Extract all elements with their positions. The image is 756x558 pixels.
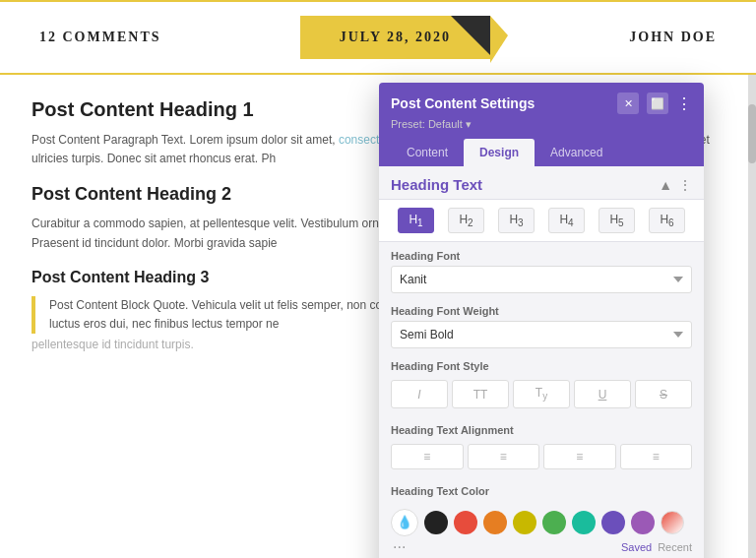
recent-colors-tab[interactable]: Recent [658,541,692,553]
font-style-buttons: I TT Ty U S [379,380,704,415]
color-green[interactable] [542,511,566,534]
color-orange[interactable] [483,511,507,534]
color-yellow[interactable] [513,511,536,534]
heading-font-row: Heading Font Kanit [379,242,704,297]
tab-content[interactable]: Content [391,139,464,166]
heading-font-weight-select[interactable]: Semi Bold [391,321,692,348]
section-more-icon[interactable]: ⋮ [678,177,692,193]
main-content: Post Content Heading 1 Post Content Para… [0,75,756,558]
tab-advanced[interactable]: Advanced [535,139,618,166]
h-selector: H1 H2 H3 H4 H5 H6 [379,200,704,242]
capitalize-button[interactable]: Ty [513,380,570,407]
author-label: JOHN DOE [629,30,717,45]
h1-button[interactable]: H1 [398,208,433,233]
italic-button[interactable]: I [391,380,448,407]
section-heading-row: Heading Text ▲ ⋮ [379,166,704,200]
chevron-up-icon[interactable]: ▲ [659,177,672,193]
color-more-icon[interactable]: ··· [393,538,406,556]
strikethrough-button[interactable]: S [635,380,692,407]
panel-body: Heading Text ▲ ⋮ H1 H2 H3 H4 H5 H6 Headi… [379,166,704,558]
color-swatches: 💧 [379,505,704,536]
heading-font-label: Heading Font [391,250,692,262]
align-center-button[interactable]: ≡ [468,444,540,469]
heading-font-style-row: Heading Font Style [379,352,704,380]
underline-button[interactable]: U [574,380,631,407]
section-heading-text: Heading Text [391,176,482,193]
align-buttons: ≡ ≡ ≡ ≡ [379,444,704,477]
scrollbar[interactable] [748,75,756,558]
section-heading-icons: ▲ ⋮ [659,177,692,193]
comments-label: 12 COMMENTS [39,30,161,45]
color-black[interactable] [424,511,448,534]
close-icon[interactable]: ✕ [617,93,639,114]
color-teal[interactable] [572,511,596,534]
scroll-thumb[interactable] [748,104,756,163]
panel-header-top: Post Content Settings ✕ ⬜ ⋮ [391,93,692,114]
color-violet[interactable] [631,511,655,534]
h3-button[interactable]: H3 [498,208,534,233]
heading-text-color-row: Heading Text Color [379,477,704,505]
h6-button[interactable]: H6 [649,208,684,233]
heading-text-align-row: Heading Text Alignment [379,416,704,444]
color-red[interactable] [454,511,477,534]
align-right-button[interactable]: ≡ [543,444,616,469]
panel-title: Post Content Settings [391,95,535,111]
h2-button[interactable]: H2 [448,208,483,233]
color-gradient-swatch[interactable] [661,511,684,534]
align-left-button[interactable]: ≡ [391,444,464,469]
heading-font-style-label: Heading Font Style [391,360,692,372]
heading-font-weight-row: Heading Font Weight Semi Bold [379,297,704,352]
more-icon[interactable]: ⋮ [676,94,692,113]
align-justify-button[interactable]: ≡ [620,444,693,469]
panel-tabs: Content Design Advanced [391,139,692,166]
panel-preset[interactable]: Preset: Default ▾ [391,118,692,131]
panel-header: Post Content Settings ✕ ⬜ ⋮ Preset: Defa… [379,83,704,166]
heading-text-align-label: Heading Text Alignment [391,424,692,436]
uppercase-button[interactable]: TT [452,380,509,407]
corner-decoration [451,16,490,55]
date-label: JULY 28, 2020 [300,16,490,59]
settings-panel: Post Content Settings ✕ ⬜ ⋮ Preset: Defa… [379,83,704,558]
h5-button[interactable]: H5 [598,208,634,233]
expand-icon[interactable]: ⬜ [647,93,668,114]
eyedropper-button[interactable]: 💧 [391,509,418,536]
panel-header-icons: ✕ ⬜ ⋮ [617,93,692,114]
color-purple[interactable] [601,511,625,534]
tab-design[interactable]: Design [464,139,535,166]
top-bar: 12 COMMENTS JULY 28, 2020 JOHN DOE [0,0,756,75]
heading-font-weight-label: Heading Font Weight [391,305,692,317]
saved-colors-tab[interactable]: Saved [621,541,652,553]
heading-text-color-label: Heading Text Color [391,485,692,497]
h4-button[interactable]: H4 [548,208,584,233]
heading-font-select[interactable]: Kanit [391,266,692,293]
